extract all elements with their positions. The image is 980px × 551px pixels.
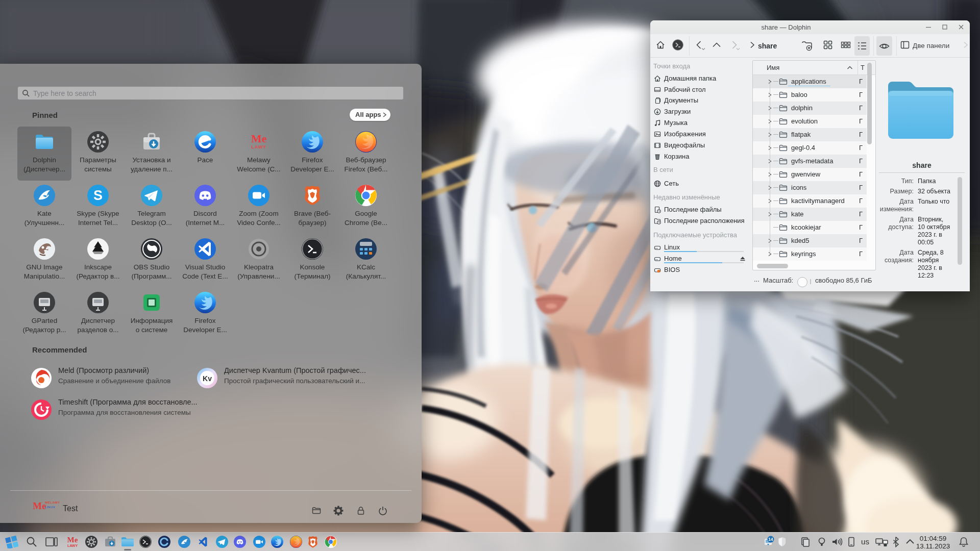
svg-text:Me: Me <box>67 536 78 544</box>
svg-text:Me: Me <box>251 132 267 145</box>
svg-text:14: 14 <box>768 537 773 542</box>
svg-text:LAWY: LAWY <box>67 544 78 547</box>
svg-text:S: S <box>93 188 103 203</box>
svg-text:Kv: Kv <box>203 374 212 383</box>
svg-text:LAWY: LAWY <box>251 144 266 149</box>
svg-text:us: us <box>861 537 869 546</box>
